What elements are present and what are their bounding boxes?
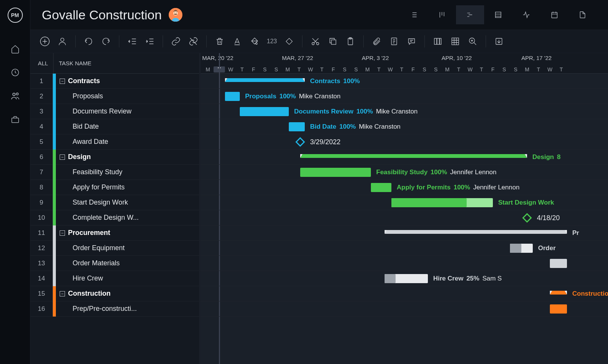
task-bar[interactable]: [371, 183, 391, 192]
unlink-button[interactable]: [187, 35, 200, 48]
task-bar[interactable]: [391, 198, 493, 207]
attach-button[interactable]: [370, 35, 383, 48]
gantt-row[interactable]: Feasibility Study100%Jennifer Lennon: [201, 165, 608, 180]
home-icon[interactable]: [10, 44, 20, 54]
task-row[interactable]: 16 Prep/Pre-constructi...: [30, 301, 199, 317]
summary-bar[interactable]: [550, 291, 567, 295]
indent-button[interactable]: [143, 35, 157, 48]
task-bar[interactable]: [225, 92, 240, 101]
redo-button[interactable]: [99, 35, 113, 48]
collapse-icon[interactable]: −: [60, 230, 65, 236]
task-row[interactable]: 8 Apply for Permits: [30, 180, 199, 195]
collapse-icon[interactable]: −: [60, 79, 65, 84]
gantt-row[interactable]: 4/18/20: [201, 210, 608, 225]
task-bar[interactable]: [300, 168, 371, 177]
text-format-button[interactable]: [230, 35, 244, 48]
milestone-icon[interactable]: [295, 137, 305, 147]
cut-button[interactable]: [309, 35, 322, 48]
task-row[interactable]: 6 − Design: [30, 150, 199, 165]
undo-button[interactable]: [82, 35, 95, 48]
gantt-row[interactable]: Contracts100%: [201, 74, 608, 89]
task-row[interactable]: 15 − Construction: [30, 286, 199, 301]
people-icon[interactable]: [10, 91, 20, 101]
bar-label: Documents Review100%Mike Cranston: [294, 107, 418, 116]
task-name-label: Apply for Permits: [60, 183, 125, 191]
briefcase-icon[interactable]: [10, 115, 20, 124]
milestone-button[interactable]: [282, 35, 296, 48]
gantt-row[interactable]: Order: [201, 241, 608, 256]
sheet-view-icon[interactable]: [484, 5, 512, 24]
gantt-row[interactable]: [201, 256, 608, 271]
task-bar[interactable]: [550, 304, 567, 314]
list-view-icon[interactable]: [400, 5, 428, 24]
task-row[interactable]: 11 − Procurement: [30, 225, 199, 241]
outdent-button[interactable]: [125, 35, 139, 48]
task-number: 6: [30, 153, 52, 161]
gantt-row[interactable]: Documents Review100%Mike Cranston: [201, 104, 608, 119]
task-row[interactable]: 7 Feasibility Study: [30, 165, 199, 180]
task-bar[interactable]: [289, 122, 305, 131]
gantt-row[interactable]: Bid Date100%Mike Cranston: [201, 119, 608, 134]
board-view-icon[interactable]: [428, 5, 456, 24]
task-row[interactable]: 2 Proposals: [30, 89, 199, 104]
gantt-row[interactable]: Design8: [201, 150, 608, 165]
day-label: W: [305, 66, 316, 72]
avatar[interactable]: [169, 8, 182, 22]
gantt-row[interactable]: Hire Crew25%Sam S: [201, 271, 608, 286]
task-row[interactable]: 3 Documents Review: [30, 104, 199, 119]
gantt-row[interactable]: Start Design Work: [201, 195, 608, 210]
comment-button[interactable]: [405, 35, 418, 48]
gantt-row[interactable]: Pr: [201, 225, 608, 241]
calendar-view-icon[interactable]: [540, 5, 568, 24]
task-row[interactable]: 12 Order Equipment: [30, 241, 199, 256]
collapse-icon[interactable]: −: [60, 154, 65, 160]
file-view-icon[interactable]: [568, 5, 597, 24]
gantt-row[interactable]: 3/29/2022: [201, 134, 608, 150]
task-row[interactable]: 9 Start Design Work: [30, 195, 199, 210]
day-label: T: [533, 66, 544, 72]
copy-button[interactable]: [326, 35, 340, 48]
gantt-view-icon[interactable]: [456, 5, 484, 24]
columns-button[interactable]: [431, 35, 445, 48]
task-row[interactable]: 5 Award Date: [30, 134, 199, 150]
notes-button[interactable]: [387, 35, 401, 48]
fill-button[interactable]: [248, 35, 261, 48]
day-label: M: [521, 66, 533, 72]
gantt-chart[interactable]: MAR, 20 '22MAR, 27 '22APR, 3 '22APR, 10 …: [201, 53, 608, 364]
export-button[interactable]: [492, 35, 506, 48]
task-name-label: Documents Review: [60, 107, 131, 115]
task-bar[interactable]: [385, 274, 428, 283]
summary-bar[interactable]: [300, 154, 527, 158]
task-row[interactable]: 13 Order Materials: [30, 256, 199, 271]
number-format-button[interactable]: 123: [265, 38, 279, 45]
grid-button[interactable]: [448, 35, 462, 48]
link-button[interactable]: [169, 35, 183, 48]
task-row[interactable]: 1 − Contracts: [30, 74, 199, 89]
delete-button[interactable]: [213, 35, 226, 48]
summary-bar[interactable]: [225, 78, 305, 82]
task-bar[interactable]: [240, 107, 289, 116]
gantt-row[interactable]: Construction: [201, 286, 608, 301]
gantt-row[interactable]: Apply for Permits100%Jennifer Lennon: [201, 180, 608, 195]
col-task-name[interactable]: TASK NAME: [54, 60, 92, 66]
add-button[interactable]: [38, 35, 52, 48]
collapse-icon[interactable]: −: [60, 291, 65, 296]
zoom-button[interactable]: [466, 35, 480, 48]
summary-bar[interactable]: [385, 230, 567, 234]
task-row[interactable]: 14 Hire Crew: [30, 271, 199, 286]
task-name-label: Feasibility Study: [60, 168, 122, 176]
timeline-header: MAR, 20 '22MAR, 27 '22APR, 3 '22APR, 10 …: [201, 53, 608, 74]
task-bar[interactable]: [510, 244, 533, 253]
clock-icon[interactable]: [10, 68, 20, 77]
activity-view-icon[interactable]: [512, 5, 540, 24]
task-row[interactable]: 4 Bid Date: [30, 119, 199, 134]
task-row[interactable]: 10 Complete Design W...: [30, 210, 199, 225]
gantt-row[interactable]: [201, 301, 608, 317]
paste-button[interactable]: [344, 35, 357, 48]
gantt-row[interactable]: Proposals100%Mike Cranston: [201, 89, 608, 104]
task-bar[interactable]: [550, 259, 567, 268]
col-all[interactable]: ALL: [30, 60, 53, 66]
assign-button[interactable]: [55, 35, 69, 48]
milestone-icon[interactable]: [522, 213, 532, 222]
app-logo[interactable]: PM: [8, 8, 23, 23]
